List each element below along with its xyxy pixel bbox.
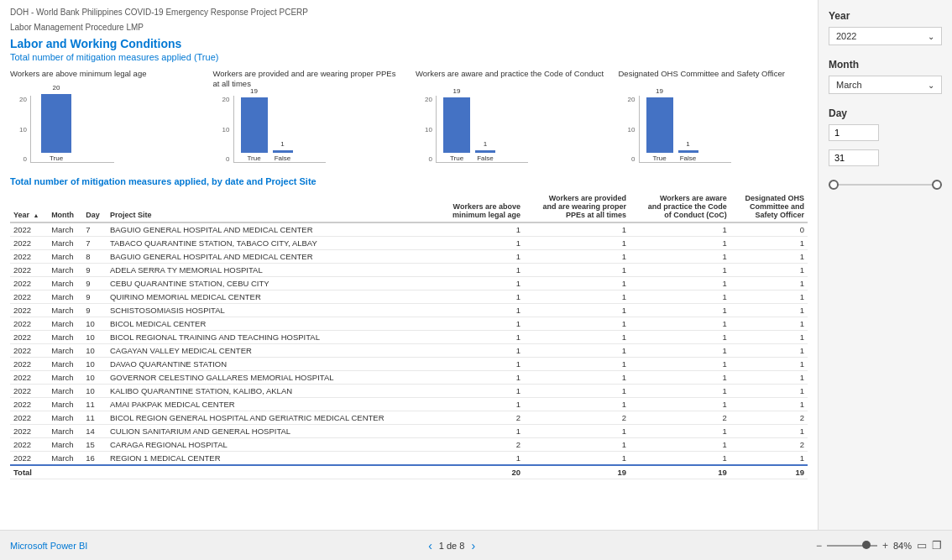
chevron-down-icon-month: ⌄ <box>928 81 934 90</box>
chart-code-conduct: Workers are aware and practice the Code … <box>416 69 605 163</box>
zoom-out-button[interactable]: − <box>816 540 822 552</box>
bar-group-false-4: 1 False <box>678 150 698 162</box>
table-row: 2022March10DAVAO QUARANTINE STATION1111 <box>10 358 808 371</box>
table-row: 2022March11BICOL REGION GENERAL HOSPITAL… <box>10 411 808 425</box>
table-row: 2022March8BAGUIO GENERAL HOSPITAL AND ME… <box>10 250 808 264</box>
table-row: 2022March15CARAGA REGIONAL HOSPITAL2112 <box>10 438 808 452</box>
month-select[interactable]: March ⌄ <box>829 76 942 94</box>
bar-false-4: 1 <box>678 150 698 153</box>
day-filter: Day 1 31 <box>829 107 942 195</box>
table-row: 2022March9CEBU QUARANTINE STATION, CEBU … <box>10 277 808 290</box>
slider-thumb-left[interactable] <box>829 180 839 190</box>
zoom-controls: − + 84% ▭ ❐ <box>816 539 942 552</box>
table-row: 2022March9QUIRINO MEMORIAL MEDICAL CENTE… <box>10 290 808 304</box>
bar-group-true-1: 20 True <box>41 94 71 162</box>
table-row: 2022March9SCHISTOSOMIASIS HOSPITAL1111 <box>10 304 808 317</box>
total-label: Total <box>10 465 437 479</box>
total-code: 19 <box>630 465 730 479</box>
col-day[interactable]: Day <box>82 191 107 222</box>
year-select[interactable]: 2022 ⌄ <box>829 27 942 45</box>
year-label: Year <box>829 10 942 22</box>
year-filter: Year 2022 ⌄ <box>829 10 942 45</box>
day-slider[interactable] <box>829 175 942 195</box>
table-row: 2022March7BAGUIO GENERAL HOSPITAL AND ME… <box>10 222 808 237</box>
bar-true-2: 19 <box>241 97 268 153</box>
total-row: Total 20 19 19 19 <box>10 465 808 479</box>
section-subtitle: Total number of mitigation measures appl… <box>10 52 808 62</box>
table-row: 2022March10GOVERNOR CELESTINO GALLARES M… <box>10 371 808 385</box>
col-legal-age[interactable]: Workers are aboveminimum legal age <box>437 191 524 222</box>
day-min-input[interactable]: 1 <box>829 124 879 141</box>
col-site[interactable]: Project Site <box>107 191 437 222</box>
next-page-button[interactable]: › <box>471 539 475 552</box>
table-title: Total number of mitigation measures appl… <box>10 176 808 186</box>
bar-group-true-3: 19 True <box>443 97 470 162</box>
table-row: 2022March10BICOL MEDICAL CENTER1111 <box>10 317 808 331</box>
bottom-bar: Microsoft Power BI ‹ 1 de 8 › − + 84% ▭ … <box>0 530 952 560</box>
zoom-thumb <box>862 541 871 549</box>
page-text: 1 de 8 <box>439 541 465 551</box>
data-table: Year ▲ Month Day Project Site Workers ar… <box>10 191 808 479</box>
chart-wrapper-2: 20 10 0 19 True <box>213 96 403 163</box>
header-line2: Labor Management Procedure LMP <box>10 22 808 34</box>
chart-ohs: Designated OHS Committee and Safety Offi… <box>619 69 808 163</box>
table-row: 2022March9ADELA SERRA TY MEMORIAL HOSPIT… <box>10 264 808 277</box>
bar-group-true-2: 19 True <box>241 97 268 162</box>
slider-track <box>829 184 942 186</box>
sidebar: Year 2022 ⌄ Month March ⌄ Day 1 31 <box>818 0 952 530</box>
prev-page-button[interactable]: ‹ <box>428 539 432 552</box>
bar-false-2: 1 <box>273 150 293 153</box>
table-scroll[interactable]: Year ▲ Month Day Project Site Workers ar… <box>10 191 808 523</box>
total-ppe: 19 <box>524 465 630 479</box>
col-code[interactable]: Workers are awareand practice the Codeof… <box>630 191 730 222</box>
slider-thumb-right[interactable] <box>932 180 942 190</box>
bar-group-false-3: 1 False <box>475 150 495 162</box>
col-month[interactable]: Month <box>48 191 82 222</box>
chart-wrapper-3: 20 10 0 19 True <box>416 96 605 163</box>
chevron-down-icon: ⌄ <box>928 32 934 41</box>
table-row: 2022March10BICOL REGIONAL TRAINING AND T… <box>10 331 808 344</box>
col-ppe[interactable]: Workers are providedand are wearing prop… <box>524 191 630 222</box>
sort-icon-year: ▲ <box>34 212 39 218</box>
chart-wrapper-1: 20 10 0 20 True <box>10 96 200 163</box>
chart-label-1: Workers are above minimum legal age <box>10 69 200 92</box>
pagination: ‹ 1 de 8 › <box>428 539 475 552</box>
charts-row: Workers are above minimum legal age 20 1… <box>10 69 808 163</box>
day-label: Day <box>829 107 942 119</box>
chart-wrapper-4: 20 10 0 19 True <box>619 96 808 163</box>
chart-ppe: Workers are provided and are wearing pro… <box>213 69 403 163</box>
zoom-slider[interactable] <box>827 545 877 547</box>
fullscreen-icon[interactable]: ❐ <box>932 539 942 552</box>
year-value: 2022 <box>836 31 856 41</box>
header-line1: DOH - World Bank Philippines COVID-19 Em… <box>10 7 808 18</box>
table-row: 2022March11AMAI PAKPAK MEDICAL CENTER111… <box>10 398 808 411</box>
month-label: Month <box>829 59 942 71</box>
month-value: March <box>836 80 862 90</box>
table-row: 2022March10CAGAYAN VALLEY MEDICAL CENTER… <box>10 344 808 358</box>
table-row: 2022March16REGION 1 MEDICAL CENTER1111 <box>10 452 808 466</box>
month-filter: Month March ⌄ <box>829 59 942 94</box>
table-section: Total number of mitigation measures appl… <box>10 176 808 523</box>
section-title: Labor and Working Conditions <box>10 37 808 50</box>
col-ohs[interactable]: Designated OHSCommittee andSafety Office… <box>730 191 808 222</box>
bar-false-3: 1 <box>475 150 495 153</box>
table-row: 2022March14CULION SANITARIUM AND GENERAL… <box>10 425 808 438</box>
total-legal-age: 20 <box>437 465 524 479</box>
table-row: 2022March10KALIBO QUARANTINE STATION, KA… <box>10 385 808 398</box>
total-ohs: 19 <box>730 465 808 479</box>
day-max-input[interactable]: 31 <box>829 149 879 166</box>
bar-group-false-2: 1 False <box>273 150 293 162</box>
zoom-percent: 84% <box>893 541 912 551</box>
bar-true-4: 19 <box>646 97 673 153</box>
bar-true-1: 20 <box>41 94 71 153</box>
bar-group-true-4: 19 True <box>646 97 673 162</box>
powerbi-link[interactable]: Microsoft Power BI <box>10 541 87 551</box>
zoom-in-button[interactable]: + <box>882 540 888 552</box>
table-row: 2022March7TABACO QUARANTINE STATION, TAB… <box>10 237 808 250</box>
col-year[interactable]: Year ▲ <box>10 191 48 222</box>
fit-to-screen-icon[interactable]: ▭ <box>917 539 927 552</box>
chart-legal-age: Workers are above minimum legal age 20 1… <box>10 69 200 163</box>
bar-true-3: 19 <box>443 97 470 153</box>
